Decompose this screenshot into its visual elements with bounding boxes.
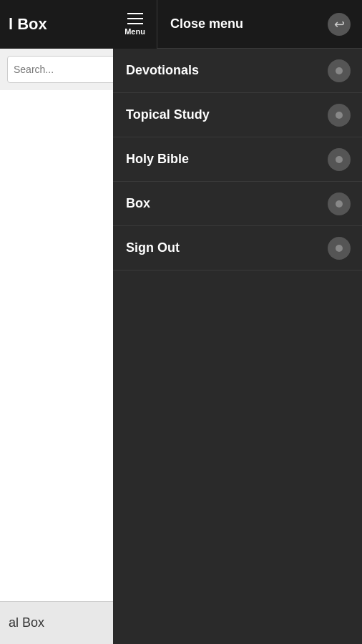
- menu-item-arrow-devotionals: [328, 59, 351, 82]
- arrow-dot-topical-study: [336, 112, 343, 119]
- left-footer-text: al Box: [9, 615, 44, 630]
- menu-label: Menu: [124, 27, 145, 36]
- menu-item-label-topical-study: Topical Study: [126, 107, 210, 122]
- hamburger-line-3: [127, 23, 143, 24]
- menu-item-arrow-box: [328, 192, 351, 215]
- close-arrow-icon: ↩: [334, 16, 345, 32]
- menu-header: Menu Close menu ↩: [113, 0, 362, 49]
- menu-item-box[interactable]: Box: [113, 182, 362, 226]
- menu-button[interactable]: Menu: [113, 0, 157, 49]
- menu-item-label-box: Box: [126, 196, 150, 211]
- menu-item-arrow-holy-bible: [328, 148, 351, 171]
- menu-item-arrow-sign-out: [328, 237, 351, 260]
- close-menu-button[interactable]: ↩: [328, 13, 351, 36]
- hamburger-icon: [127, 13, 143, 24]
- close-menu-text: Close menu: [170, 16, 243, 31]
- menu-item-label-holy-bible: Holy Bible: [126, 152, 189, 167]
- menu-panel: Menu Close menu ↩ Devotionals Topical St…: [113, 0, 362, 644]
- close-menu-row: Close menu ↩: [157, 13, 362, 36]
- menu-item-holy-bible[interactable]: Holy Bible: [113, 137, 362, 182]
- menu-item-topical-study[interactable]: Topical Study: [113, 93, 362, 137]
- menu-item-devotionals[interactable]: Devotionals: [113, 49, 362, 93]
- left-header-title: l Box: [9, 15, 47, 34]
- arrow-dot-box: [336, 200, 343, 208]
- menu-item-label-sign-out: Sign Out: [126, 240, 180, 255]
- menu-item-sign-out[interactable]: Sign Out: [113, 226, 362, 270]
- arrow-dot-holy-bible: [336, 156, 343, 163]
- menu-item-arrow-topical-study: [328, 104, 351, 127]
- arrow-dot-sign-out: [336, 245, 343, 252]
- hamburger-line-1: [127, 13, 143, 14]
- arrow-dot-devotionals: [336, 67, 343, 74]
- hamburger-line-2: [127, 18, 143, 19]
- menu-item-label-devotionals: Devotionals: [126, 63, 199, 78]
